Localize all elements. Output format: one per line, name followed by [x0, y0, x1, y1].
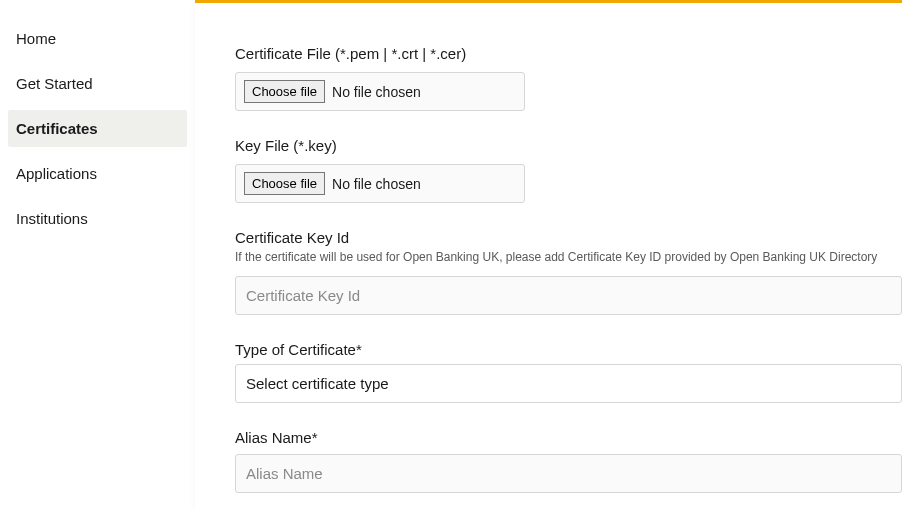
- certificate-key-id-hint: If the certificate will be used for Open…: [235, 250, 902, 264]
- sidebar: Home Get Started Certificates Applicatio…: [0, 0, 195, 511]
- key-file-label: Key File (*.key): [235, 137, 902, 154]
- certificate-file-label: Certificate File (*.pem | *.crt | *.cer): [235, 45, 902, 62]
- alias-name-group: Alias Name*: [235, 429, 902, 493]
- choose-file-button[interactable]: Choose file: [244, 80, 325, 103]
- certificate-type-selected: Select certificate type: [246, 375, 389, 392]
- sidebar-item-certificates[interactable]: Certificates: [8, 110, 187, 147]
- alias-name-label: Alias Name*: [235, 429, 902, 446]
- certificate-file-input[interactable]: Choose file No file chosen: [235, 72, 525, 111]
- certificate-file-group: Certificate File (*.pem | *.crt | *.cer)…: [235, 45, 902, 111]
- key-file-group: Key File (*.key) Choose file No file cho…: [235, 137, 902, 203]
- certificate-key-id-group: Certificate Key Id If the certificate wi…: [235, 229, 902, 315]
- certificate-file-status: No file chosen: [332, 84, 421, 100]
- main-content: Certificate File (*.pem | *.crt | *.cer)…: [195, 0, 902, 511]
- certificate-type-label: Type of Certificate*: [235, 341, 902, 358]
- sidebar-item-get-started[interactable]: Get Started: [8, 65, 187, 102]
- choose-file-button[interactable]: Choose file: [244, 172, 325, 195]
- certificate-key-id-label: Certificate Key Id: [235, 229, 902, 246]
- sidebar-item-applications[interactable]: Applications: [8, 155, 187, 192]
- sidebar-item-institutions[interactable]: Institutions: [8, 200, 187, 237]
- key-file-input[interactable]: Choose file No file chosen: [235, 164, 525, 203]
- sidebar-item-home[interactable]: Home: [8, 20, 187, 57]
- certificate-type-group: Type of Certificate* Select certificate …: [235, 341, 902, 403]
- key-file-status: No file chosen: [332, 176, 421, 192]
- certificate-type-select[interactable]: Select certificate type: [235, 364, 902, 403]
- alias-name-input[interactable]: [235, 454, 902, 493]
- certificate-key-id-input[interactable]: [235, 276, 902, 315]
